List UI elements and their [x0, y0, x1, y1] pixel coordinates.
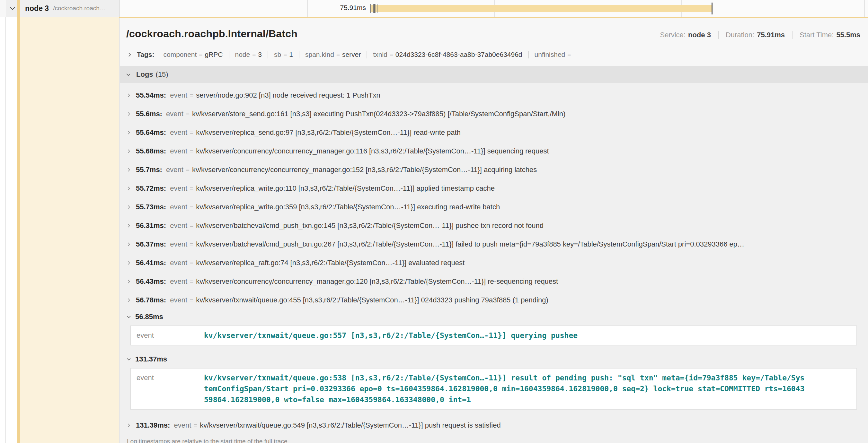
- logs-count: (15): [156, 70, 168, 79]
- tag-key: txnid: [373, 51, 387, 58]
- log-field-key: event: [166, 166, 183, 174]
- expanded-log-entry: 56.85ms event kv/kvserver/txnwait/queue.…: [126, 309, 864, 345]
- log-tick: [374, 4, 375, 13]
- logs-accordion-header[interactable]: Logs (15): [120, 66, 868, 83]
- service-label: Service:: [660, 31, 685, 39]
- log-field-key: event: [170, 128, 187, 137]
- log-row[interactable]: 55.7ms: event = kv/kvserver/concurrency/…: [126, 161, 864, 179]
- log-detail-box: event kv/kvserver/txnwait/queue.go:538 […: [130, 368, 857, 410]
- span-duration-label: 75.91ms: [280, 4, 366, 11]
- span-duration-bar[interactable]: [371, 5, 712, 12]
- chevron-down-icon: [126, 314, 131, 319]
- log-field-key: event: [170, 147, 187, 156]
- log-field-value: kv/kvserver/concurrency/concurrency_mana…: [192, 166, 537, 174]
- tag-key: unfinished: [534, 51, 565, 58]
- tag-item: span.kind=server: [299, 51, 367, 59]
- span-color-bar: [17, 0, 20, 443]
- log-row[interactable]: 55.6ms: event = kv/kvserver/store_send.g…: [126, 105, 864, 123]
- log-tick: [372, 4, 372, 13]
- log-equals: =: [190, 260, 193, 267]
- timeline-header: 75.91ms: [119, 0, 868, 17]
- chevron-right-icon: [126, 223, 131, 228]
- tag-value: 3: [258, 51, 262, 58]
- log-field-value: kv/kvserver/batcheval/cmd_push_txn.go:14…: [196, 222, 544, 230]
- log-row[interactable]: 56.41ms: event = kv/kvserver/replica_raf…: [126, 253, 864, 272]
- tag-item: node=3: [229, 51, 268, 59]
- log-equals: =: [190, 92, 193, 99]
- log-field-key: event: [170, 91, 187, 100]
- tag-item: sb=1: [268, 51, 299, 59]
- log-timestamp: 55.72ms:: [136, 184, 166, 193]
- log-equals: =: [186, 166, 189, 173]
- left-gutter-divider: [5, 0, 6, 443]
- span-detail-panel: /cockroach.roachpb.Internal/Batch Servic…: [119, 18, 868, 443]
- logs-title: Logs: [136, 70, 153, 79]
- tag-key: sb: [274, 51, 281, 58]
- log-field-key: event: [170, 184, 187, 193]
- log-row[interactable]: 55.54ms: event = server/node.go:902 [n3]…: [126, 86, 864, 105]
- log-equals: =: [194, 422, 197, 429]
- timeline-gridline: [864, 0, 865, 17]
- tags-accordion[interactable]: Tags: component=gRPC node=3 sb=1 span.ki…: [120, 40, 868, 59]
- log-row[interactable]: 56.37ms: event = kv/kvserver/batcheval/c…: [126, 235, 864, 253]
- tag-value: server: [342, 51, 361, 58]
- detail-header: /cockroach.roachpb.Internal/Batch Servic…: [120, 18, 868, 40]
- log-field-value: kv/kvserver/concurrency/concurrency_mana…: [196, 147, 549, 156]
- log-timestamp: 55.68ms:: [136, 147, 166, 156]
- expanded-log-header[interactable]: 131.37ms: [126, 352, 864, 367]
- collapse-span-chevron-icon[interactable]: [9, 5, 16, 12]
- tag-equals: =: [283, 52, 287, 58]
- log-field-value: kv/kvserver/replica_write.go:110 [n3,s3,…: [196, 184, 495, 193]
- expanded-log-header[interactable]: 56.85ms: [126, 309, 864, 324]
- chevron-right-icon: [126, 260, 131, 266]
- log-field-value: kv/kvserver/replica_send.go:97 [n3,s3,r6…: [196, 128, 461, 137]
- log-field-value: kv/kvserver/replica_raft.go:74 [n3,s3,r6…: [196, 259, 465, 267]
- start-time-value: 55.5ms: [836, 31, 860, 39]
- tag-item: txnid=024d3323-6c8f-4863-aa8b-37ab0e6349…: [367, 51, 528, 59]
- log-equals: =: [190, 241, 193, 248]
- log-field-value: kv/kvserver/batcheval/cmd_push_txn.go:26…: [196, 240, 744, 248]
- service-value: node 3: [688, 31, 711, 39]
- chevron-down-icon: [126, 356, 131, 362]
- chevron-right-icon: [126, 149, 131, 154]
- tag-equals: =: [567, 52, 571, 58]
- chevron-right-icon: [126, 111, 131, 116]
- log-row[interactable]: 55.68ms: event = kv/kvserver/concurrency…: [126, 142, 864, 161]
- log-equals: =: [190, 129, 193, 136]
- log-equals: =: [186, 110, 189, 117]
- log-row[interactable]: 55.72ms: event = kv/kvserver/replica_wri…: [126, 179, 864, 198]
- chevron-down-icon: [126, 72, 131, 77]
- tags-label: Tags:: [137, 51, 154, 59]
- chevron-right-icon: [126, 93, 131, 98]
- log-row[interactable]: 131.39ms: event = kv/kvserver/txnwait/qu…: [126, 416, 864, 435]
- log-row[interactable]: 56.31ms: event = kv/kvserver/batcheval/c…: [126, 216, 864, 235]
- detail-panel-top-border: [119, 17, 868, 18]
- log-timestamp: 131.37ms: [135, 355, 167, 364]
- log-value-line: kv/kvserver/txnwait/queue.go:538 [n3,s3,…: [204, 372, 804, 383]
- log-field-value: kv/kvserver/concurrency/concurrency_mana…: [196, 277, 558, 286]
- duration-label: Duration:: [726, 31, 754, 39]
- tag-key: component: [163, 51, 196, 58]
- tag-key: node: [235, 51, 250, 58]
- log-equals: =: [190, 222, 193, 229]
- log-row[interactable]: 56.78ms: event = kv/kvserver/txnwait/que…: [126, 291, 864, 309]
- tag-equals: =: [390, 52, 393, 58]
- span-name-cell[interactable]: node 3 /cockroach.roach…: [6, 0, 119, 17]
- meta-divider: [718, 31, 719, 39]
- log-entries: 55.54ms: event = server/node.go:902 [n3]…: [120, 83, 868, 435]
- log-row[interactable]: 55.73ms: event = kv/kvserver/replica_wri…: [126, 198, 864, 216]
- logs-footer-note: Log timestamps are relative to the start…: [120, 435, 868, 443]
- operation-title: /cockroach.roachpb.Internal/Batch: [126, 28, 298, 40]
- log-row[interactable]: 55.64ms: event = kv/kvserver/replica_sen…: [126, 123, 864, 142]
- log-equals: =: [190, 278, 193, 285]
- log-field-value: kv/kvserver/replica_write.go:359 [n3,s3,…: [196, 203, 500, 211]
- log-timestamp: 55.54ms:: [136, 91, 166, 100]
- log-field-key: event: [170, 259, 187, 267]
- log-field-key: event: [136, 372, 204, 405]
- log-value-line: 59864.162819000,0 wto=false max=16043598…: [204, 394, 804, 405]
- log-field-key: event: [170, 222, 187, 230]
- log-timestamp: 55.6ms:: [136, 110, 162, 118]
- log-row[interactable]: 56.43ms: event = kv/kvserver/concurrency…: [126, 272, 864, 291]
- tag-item: unfinished=: [528, 51, 579, 59]
- tag-equals: =: [199, 52, 203, 58]
